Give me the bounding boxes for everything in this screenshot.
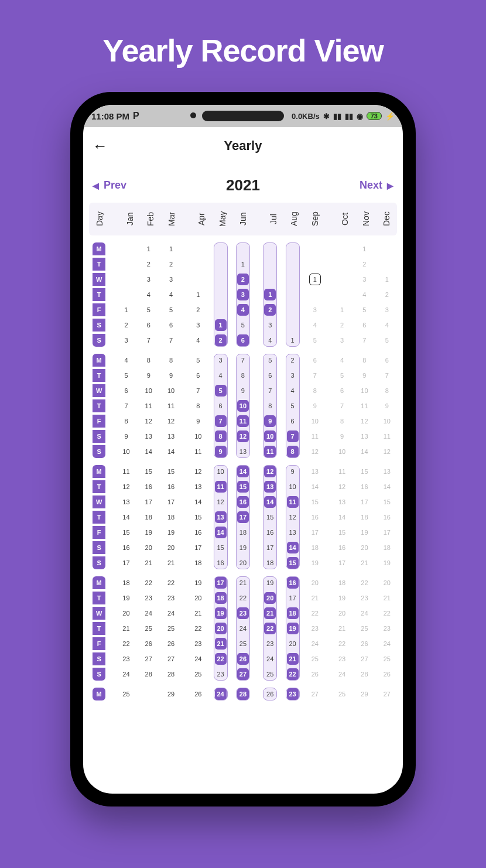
calendar-cell[interactable]: 26: [353, 636, 375, 651]
calendar-cell[interactable]: 17: [304, 525, 326, 540]
calendar-cell[interactable]: 15: [115, 525, 137, 540]
calendar-cell[interactable]: 21: [138, 555, 160, 570]
calendar-cell[interactable]: 18: [331, 575, 353, 590]
calendar-cell[interactable]: 3: [259, 317, 281, 333]
calendar-cell[interactable]: [281, 272, 303, 287]
calendar-cell[interactable]: 13: [331, 494, 353, 510]
calendar-cell[interactable]: 12: [376, 444, 398, 459]
calendar-cell[interactable]: 23: [353, 590, 375, 606]
calendar-cell[interactable]: 25: [187, 667, 209, 682]
calendar-cell[interactable]: 3: [376, 302, 398, 317]
calendar-cell[interactable]: 19: [376, 555, 398, 570]
back-icon[interactable]: ←: [93, 137, 108, 155]
calendar-cell[interactable]: 11: [353, 398, 375, 414]
calendar-cell[interactable]: 1: [209, 317, 231, 333]
calendar-cell[interactable]: 26: [376, 667, 398, 682]
calendar-cell[interactable]: 22: [353, 575, 375, 590]
calendar-cell[interactable]: 18: [138, 510, 160, 525]
calendar-cell[interactable]: 15: [187, 510, 209, 525]
calendar-cell[interactable]: 9: [160, 368, 182, 383]
calendar-cell[interactable]: 19: [331, 590, 353, 606]
calendar-cell[interactable]: [187, 257, 209, 272]
calendar-cell[interactable]: 27: [232, 667, 254, 682]
calendar-cell[interactable]: 5: [209, 383, 231, 398]
calendar-cell[interactable]: 29: [160, 686, 182, 702]
calendar-cell[interactable]: 5: [259, 353, 281, 368]
calendar-cell[interactable]: 19: [353, 525, 375, 540]
calendar-cell[interactable]: 13: [187, 479, 209, 494]
calendar-cell[interactable]: 5: [376, 333, 398, 348]
calendar-cell[interactable]: 11: [281, 494, 303, 510]
calendar-cell[interactable]: 3: [115, 333, 137, 348]
calendar-cell[interactable]: 12: [115, 479, 137, 494]
calendar-cell[interactable]: 9: [281, 464, 303, 479]
calendar-cell[interactable]: 5: [115, 368, 137, 383]
calendar-cell[interactable]: 18: [259, 555, 281, 570]
calendar-cell[interactable]: 11: [376, 429, 398, 444]
calendar-cell[interactable]: 10: [353, 383, 375, 398]
calendar-cell[interactable]: 5: [281, 398, 303, 414]
calendar-cell[interactable]: 18: [160, 510, 182, 525]
calendar-cell[interactable]: 17: [259, 540, 281, 555]
next-button[interactable]: Next ▶: [360, 179, 393, 192]
calendar-cell[interactable]: 22: [187, 621, 209, 636]
calendar-cell[interactable]: 25: [138, 621, 160, 636]
calendar-cell[interactable]: 20: [232, 555, 254, 570]
calendar-cell[interactable]: 22: [138, 575, 160, 590]
calendar-cell[interactable]: 2: [331, 317, 353, 333]
calendar-cell[interactable]: [232, 241, 254, 257]
calendar-cell[interactable]: 24: [232, 621, 254, 636]
calendar-cell[interactable]: 11: [232, 414, 254, 429]
calendar-cell[interactable]: 22: [232, 590, 254, 606]
calendar-grid[interactable]: Day JanFebMar AprMayJun JulAugSep OctNov…: [83, 203, 403, 794]
calendar-cell[interactable]: [376, 241, 398, 257]
calendar-cell[interactable]: 21: [281, 651, 303, 667]
calendar-cell[interactable]: [331, 287, 353, 302]
calendar-cell[interactable]: 13: [376, 464, 398, 479]
calendar-cell[interactable]: 28: [138, 667, 160, 682]
calendar-cell[interactable]: [138, 686, 160, 702]
calendar-cell[interactable]: 20: [331, 606, 353, 621]
calendar-cell[interactable]: 9: [331, 429, 353, 444]
calendar-cell[interactable]: 13: [160, 429, 182, 444]
calendar-cell[interactable]: 22: [304, 606, 326, 621]
calendar-cell[interactable]: 15: [281, 555, 303, 570]
calendar-cell[interactable]: 9: [187, 414, 209, 429]
calendar-cell[interactable]: 4: [304, 317, 326, 333]
calendar-cell[interactable]: 17: [353, 494, 375, 510]
calendar-cell[interactable]: 11: [187, 444, 209, 459]
calendar-cell[interactable]: 10: [281, 479, 303, 494]
calendar-cell[interactable]: 1: [304, 272, 326, 287]
calendar-cell[interactable]: 5: [353, 302, 375, 317]
calendar-cell[interactable]: 15: [331, 525, 353, 540]
calendar-cell[interactable]: 5: [232, 317, 254, 333]
calendar-cell[interactable]: 10: [115, 444, 137, 459]
calendar-cell[interactable]: 16: [209, 555, 231, 570]
calendar-cell[interactable]: 6: [376, 353, 398, 368]
calendar-cell[interactable]: 25: [376, 651, 398, 667]
calendar-cell[interactable]: 14: [353, 444, 375, 459]
calendar-cell[interactable]: 8: [115, 414, 137, 429]
calendar-cell[interactable]: 19: [259, 575, 281, 590]
calendar-cell[interactable]: 11: [259, 444, 281, 459]
calendar-cell[interactable]: 20: [160, 540, 182, 555]
calendar-cell[interactable]: 19: [187, 575, 209, 590]
calendar-cell[interactable]: 3: [304, 302, 326, 317]
calendar-cell[interactable]: 18: [353, 510, 375, 525]
calendar-cell[interactable]: 9: [115, 429, 137, 444]
calendar-cell[interactable]: 21: [209, 636, 231, 651]
calendar-cell[interactable]: [115, 287, 137, 302]
calendar-cell[interactable]: 10: [331, 444, 353, 459]
calendar-cell[interactable]: [115, 272, 137, 287]
calendar-cell[interactable]: 18: [281, 606, 303, 621]
calendar-cell[interactable]: 28: [160, 667, 182, 682]
calendar-cell[interactable]: 2: [160, 257, 182, 272]
calendar-cell[interactable]: 17: [281, 590, 303, 606]
calendar-cell[interactable]: 19: [232, 540, 254, 555]
calendar-cell[interactable]: 2: [281, 353, 303, 368]
calendar-cell[interactable]: 14: [209, 525, 231, 540]
calendar-cell[interactable]: 23: [232, 606, 254, 621]
calendar-cell[interactable]: 22: [331, 636, 353, 651]
calendar-cell[interactable]: 13: [209, 510, 231, 525]
calendar-cell[interactable]: 21: [376, 590, 398, 606]
